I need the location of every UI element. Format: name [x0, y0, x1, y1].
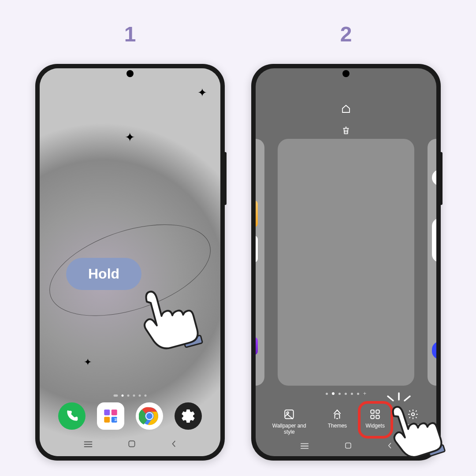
peek-widget [256, 337, 258, 355]
camera-cutout [126, 70, 134, 77]
svg-rect-12 [104, 417, 110, 423]
recents-button[interactable] [83, 439, 93, 451]
step-number-1: 1 [124, 22, 136, 46]
recents-button[interactable] [300, 442, 309, 452]
dock: 15 [40, 402, 220, 430]
wallpaper-label: Wallpaper and style [269, 423, 309, 435]
peek-widget [432, 218, 436, 262]
back-button[interactable] [171, 439, 177, 451]
themes-label: Themes [328, 423, 347, 429]
svg-rect-11 [112, 409, 117, 415]
settings-app-icon[interactable] [175, 402, 202, 430]
home-outline-icon[interactable] [341, 104, 351, 114]
svg-rect-22 [129, 441, 134, 446]
wallpaper-button[interactable]: Wallpaper and style [269, 409, 309, 435]
sparkle-icon: ✦ [84, 357, 92, 368]
page-indicator-edit: + [326, 390, 366, 397]
camera-cutout [342, 70, 350, 77]
gallery-app-icon[interactable]: 15 [97, 402, 124, 430]
phone-app-icon[interactable] [58, 402, 86, 430]
peek-widget [256, 201, 258, 227]
trash-icon[interactable] [341, 126, 351, 137]
svg-rect-23 [285, 410, 294, 419]
hand-pointer-icon [126, 275, 205, 365]
svg-point-18 [146, 413, 152, 419]
step-one: 1 ✦ ✦ ✦ 2:17 [35, 22, 225, 461]
svg-rect-36 [346, 443, 351, 448]
sparkle-icon: ✦ [197, 86, 207, 100]
page-indicator [114, 394, 147, 397]
home-screen[interactable]: ✦ ✦ ✦ 2:17 [40, 68, 220, 456]
navigation-bar [40, 439, 220, 451]
svg-rect-10 [104, 409, 110, 415]
phone-frame-2: + Wallpaper and style Themes Widgets [251, 64, 441, 461]
phone-frame-1: ✦ ✦ ✦ 2:17 [35, 64, 225, 461]
sparkle-icon: ✦ [125, 130, 135, 145]
step-two: 2 [251, 22, 441, 461]
themes-button[interactable]: Themes [328, 409, 347, 435]
home-button[interactable] [127, 439, 136, 451]
svg-point-24 [287, 412, 289, 414]
chrome-app-icon[interactable] [136, 402, 163, 430]
svg-text:15: 15 [114, 418, 119, 422]
peek-widget [256, 236, 258, 262]
hand-pointer-icon [377, 393, 447, 474]
page-preview-current[interactable] [278, 139, 414, 386]
home-button[interactable] [344, 442, 352, 452]
step-number-2: 2 [340, 22, 352, 46]
